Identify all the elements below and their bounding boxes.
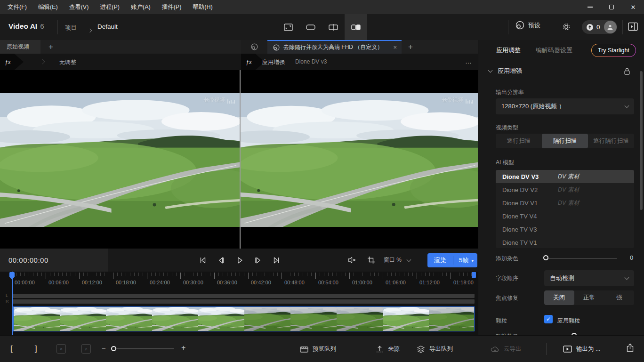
breadcrumb-project-name[interactable]: Default	[97, 23, 118, 30]
source-button[interactable]: 来源	[376, 336, 400, 362]
close-button[interactable]: ✕	[622, 0, 644, 14]
tab-app-adjustments[interactable]: 应用调整	[496, 46, 521, 55]
export-queue-button[interactable]: 导出队列	[417, 336, 453, 362]
focus-fix-off[interactable]: 关闭	[544, 290, 574, 305]
set-in-point-button[interactable]: [	[10, 336, 13, 362]
model-name: Dione DV V2	[502, 186, 558, 193]
add-noise-knob[interactable]	[543, 255, 548, 260]
tab-original-video[interactable]: 原始视频	[0, 40, 40, 54]
view-mode-split-button[interactable]	[322, 14, 345, 40]
fx-toggle-right[interactable]: ƒx	[241, 54, 265, 70]
view-mode-fit-button[interactable]	[277, 14, 299, 40]
video-type-progressive[interactable]: 逐行扫描	[496, 134, 542, 148]
set-out-point-button[interactable]: ]	[35, 336, 37, 362]
video-pane-preview[interactable]: 老带视频	[241, 93, 478, 227]
menu-account[interactable]: 账户(A)	[125, 0, 156, 14]
video-type-interlaced[interactable]: 隔行扫描	[542, 134, 588, 148]
fx-toggle-left[interactable]: ƒx	[0, 54, 24, 70]
model-row-dione-dv-v2[interactable]: Dione DV V2 DV 素材	[496, 183, 634, 196]
frame-back-icon	[217, 256, 225, 265]
model-row-dione-tv-v4[interactable]: Dione TV V4	[496, 209, 634, 223]
preview-queue-button[interactable]: 预览队列	[300, 336, 336, 362]
menu-process[interactable]: 进程(P)	[94, 0, 125, 14]
view-mode-side-by-side-button[interactable]	[345, 14, 367, 40]
focus-fix-normal[interactable]: 正常	[574, 290, 604, 305]
maximize-button[interactable]	[601, 0, 622, 14]
ruler-label: 01:18:00	[453, 280, 474, 285]
timeline-ruler[interactable]: 00:00:00 00:06:00 00:12:00 00:18:00 00:2…	[12, 272, 475, 286]
output-resolution-dropdown[interactable]: 1280×720 (原始视频 ）	[496, 98, 634, 114]
settings-button[interactable]	[562, 22, 571, 32]
section-header-enhancement[interactable]: 应用增强	[489, 67, 522, 75]
avatar[interactable]	[604, 21, 617, 33]
right-filter-group[interactable]: 应用增强	[262, 58, 285, 66]
presets-button[interactable]: 预设	[515, 21, 540, 30]
export-as-button[interactable]: 输出为 ...	[563, 336, 600, 362]
play-button[interactable]	[234, 255, 245, 265]
apply-grain-checkbox[interactable]: ✓	[544, 315, 553, 323]
scrollbar-thumb[interactable]	[640, 71, 643, 210]
try-starlight-button[interactable]: Try Starlight	[591, 44, 636, 57]
next-frame-button[interactable]	[253, 255, 263, 265]
zoom-to-selection-button[interactable]: ⌕	[81, 336, 91, 362]
add-tab-button-left[interactable]: +	[45, 41, 56, 53]
credits-pill[interactable]: 0	[582, 20, 617, 34]
zoom-level-select[interactable]: 窗口 %	[384, 256, 411, 264]
menu-view[interactable]: 查看(V)	[64, 0, 95, 14]
model-row-dione-tv-v3[interactable]: Dione TV V3	[496, 223, 634, 236]
model-row-dione-tv-v1[interactable]: Dione TV V1	[496, 236, 634, 248]
chevron-down-icon	[625, 275, 629, 280]
render-frames-dropdown[interactable]: 5帧 ▾	[453, 256, 477, 265]
original-video-frame	[0, 93, 240, 227]
panel-toggle-button[interactable]	[628, 22, 638, 31]
go-to-start-button[interactable]	[198, 255, 208, 265]
tab-presets-menu-button[interactable]	[241, 40, 267, 54]
timeline-zoom-knob[interactable]	[111, 346, 116, 351]
audio-track-left[interactable]	[12, 294, 475, 298]
presets-logo-icon	[515, 21, 524, 30]
model-name: Dione DV V3	[502, 173, 558, 180]
render-button[interactable]: 渲染 5帧 ▾	[427, 253, 477, 267]
model-row-dione-dv-v3[interactable]: Dione DV V3 DV 素材	[496, 170, 634, 183]
add-noise-slider[interactable]	[544, 258, 617, 259]
mute-button[interactable]	[347, 256, 356, 264]
video-type-progressive-interlaced[interactable]: 逐行隔行扫描	[588, 134, 634, 148]
grain-amount-knob[interactable]	[572, 333, 577, 335]
right-filter-model[interactable]: Dione DV v3	[295, 58, 327, 65]
playhead[interactable]	[12, 272, 13, 335]
play-icon	[235, 256, 244, 265]
share-button[interactable]	[626, 343, 634, 352]
section-lock-button[interactable]	[623, 67, 631, 75]
menu-help[interactable]: 帮助(H)	[187, 0, 218, 14]
previous-frame-button[interactable]	[216, 255, 226, 265]
cloud-export-button[interactable]: 云导出	[491, 336, 522, 362]
model-row-dione-dv-v1[interactable]: Dione DV V1 DV 素材	[496, 196, 634, 209]
menu-file[interactable]: 文件(F)	[2, 0, 32, 14]
source-upload-icon	[376, 345, 384, 353]
audio-track-right[interactable]	[12, 299, 475, 304]
timeline-end-marker[interactable]	[472, 272, 476, 278]
add-noise-value: 0	[630, 254, 633, 261]
focus-fix-strong[interactable]: 强	[604, 290, 634, 305]
tab-codec-settings[interactable]: 编解码器设置	[536, 46, 572, 55]
add-tab-button-right[interactable]: +	[405, 41, 416, 53]
breadcrumb-chevron-icon	[89, 25, 91, 34]
timeline-clip[interactable]	[13, 306, 475, 331]
field-order-dropdown[interactable]: 自动检测	[544, 270, 634, 286]
menu-plugins[interactable]: 插件(P)	[156, 0, 187, 14]
left-filter-status[interactable]: 无调整	[59, 58, 76, 66]
filter-more-button[interactable]: …	[465, 57, 472, 65]
crop-button[interactable]	[367, 256, 375, 264]
go-to-end-button[interactable]	[271, 255, 282, 265]
video-pane-original[interactable]: 老带视频	[0, 93, 240, 227]
minimize-button[interactable]	[579, 0, 601, 14]
timeline-zoom-slider[interactable]	[111, 348, 174, 349]
tab-close-button[interactable]: ×	[393, 44, 397, 51]
timeline-zoom-out-button[interactable]: −	[102, 344, 106, 352]
tab-enhancement-preset[interactable]: 去除隔行并放大为高清 FHD （自定义） ×	[267, 40, 402, 54]
clear-in-out-button[interactable]: ×	[56, 336, 66, 362]
view-mode-single-button[interactable]	[299, 14, 322, 40]
menu-edit[interactable]: 编辑(E)	[32, 0, 64, 14]
timeline-zoom-in-button[interactable]: +	[181, 344, 185, 352]
video-overlay-label: 老带视频	[442, 97, 473, 104]
